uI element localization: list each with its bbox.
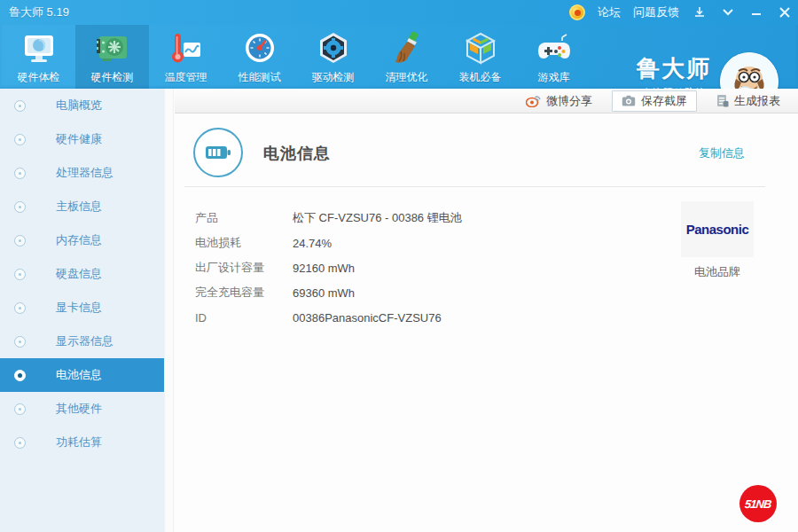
- main-toolbar: 硬件体检 硬件检测: [0, 25, 798, 89]
- row-label: 出厂设计容量: [195, 260, 293, 276]
- gamepad-icon: [535, 29, 574, 68]
- forum-link[interactable]: 论坛: [598, 4, 621, 20]
- gauge-icon: [240, 29, 279, 68]
- sidebar-item-gpu-info[interactable]: 显卡信息: [0, 291, 164, 325]
- medal-icon[interactable]: [569, 4, 585, 20]
- sidebar-item-label: 内存信息: [56, 232, 102, 248]
- brush-icon: [387, 29, 426, 68]
- radio-dot-icon: [14, 100, 26, 112]
- table-row: 电池损耗 24.74%: [195, 231, 462, 255]
- thermometer-chart-icon: [167, 29, 206, 68]
- toolbar-item-games[interactable]: 游戏库: [517, 25, 591, 89]
- toolbar-item-driver[interactable]: 驱动检测: [296, 25, 370, 89]
- sidebar-item-label: 功耗估算: [56, 434, 102, 450]
- sidebar-item-cpu-info[interactable]: 处理器信息: [0, 156, 164, 190]
- battery-icon: [205, 145, 231, 160]
- sidebar-item-memory-info[interactable]: 内存信息: [0, 223, 164, 257]
- toolbar-item-label: 温度管理: [165, 70, 207, 85]
- report-document-icon: [716, 94, 729, 107]
- radio-dot-icon: [14, 235, 26, 246]
- radio-dot-icon: [14, 168, 26, 179]
- sidebar-nav: 电脑概览 硬件健康 处理器信息 主板信息 内存信息 硬盘信息 显卡信息 显示器信…: [0, 89, 164, 532]
- toolbar-item-temperature[interactable]: 温度管理: [149, 25, 223, 89]
- feedback-link[interactable]: 问题反馈: [633, 4, 679, 20]
- toolbar-item-label: 清理优化: [386, 70, 428, 85]
- radio-dot-icon: [14, 302, 26, 314]
- toolbar-item-label: 装机必备: [459, 70, 502, 85]
- table-row: 出厂设计容量 92160 mWh: [195, 255, 462, 280]
- save-screenshot-button[interactable]: 保存截屏: [612, 90, 697, 112]
- row-label: 产品: [195, 210, 293, 226]
- page-title: 电池信息: [263, 143, 331, 164]
- sidebar-item-other-hardware[interactable]: 其他硬件: [0, 392, 164, 426]
- toolbar-item-label: 驱动检测: [312, 70, 355, 85]
- sidebar-item-motherboard-info[interactable]: 主板信息: [0, 190, 164, 223]
- sidebar-item-label: 显卡信息: [56, 300, 102, 316]
- app-title: 鲁大师 5.19: [9, 4, 69, 20]
- row-value: 92160 mWh: [293, 262, 355, 275]
- weibo-share-label: 微博分享: [546, 93, 592, 109]
- sidebar-item-disk-info[interactable]: 硬盘信息: [0, 257, 164, 291]
- row-label: 完全充电容量: [195, 285, 293, 301]
- table-row: 产品 松下 CF-VZSU76 - 00386 锂电池: [195, 206, 462, 231]
- row-value: 00386PanasonicCF-VZSU76: [293, 311, 442, 325]
- battery-brand-logo-box: Panasonic: [681, 201, 754, 257]
- row-value: 69360 mWh: [293, 286, 355, 300]
- battery-circle-badge: [193, 128, 243, 177]
- save-screenshot-label: 保存截屏: [641, 93, 687, 109]
- toolbar-item-benchmark[interactable]: 性能测试: [223, 25, 296, 89]
- radio-dot-icon: [14, 403, 26, 415]
- minimize-icon[interactable]: [748, 4, 764, 20]
- header-divider: [184, 186, 765, 187]
- row-label: 电池损耗: [195, 235, 293, 251]
- table-row: 完全充电容量 69360 mWh: [195, 280, 462, 305]
- brand-name: 鲁大师: [637, 53, 711, 84]
- battery-brand-caption: 电池品牌: [681, 264, 754, 280]
- row-value: 松下 CF-VZSU76 - 00386 锂电池: [293, 210, 462, 226]
- sidebar-item-battery-info[interactable]: 电池信息: [0, 358, 164, 392]
- weibo-share-button[interactable]: 微博分享: [526, 93, 592, 109]
- toolbar-item-label: 性能测试: [239, 70, 281, 85]
- copy-info-link[interactable]: 复制信息: [699, 145, 745, 161]
- sidebar-item-hardware-health[interactable]: 硬件健康: [0, 122, 164, 156]
- sidebar-scrollbar[interactable]: [164, 89, 174, 532]
- close-icon[interactable]: [777, 4, 793, 20]
- radio-dot-icon: [14, 269, 26, 280]
- radio-dot-icon: [14, 134, 26, 145]
- radio-dot-icon: [14, 437, 26, 449]
- gpu-card-icon: [93, 29, 132, 68]
- 51nb-watermark-logo: 51NB: [739, 485, 777, 522]
- row-value: 24.74%: [293, 237, 332, 250]
- radio-dot-icon: [14, 336, 26, 348]
- generate-report-label: 生成报表: [734, 93, 780, 109]
- panasonic-logo: Panasonic: [686, 222, 749, 237]
- table-row: ID 00386PanasonicCF-VZSU76: [195, 305, 462, 330]
- menu-dropdown-icon[interactable]: [720, 4, 736, 20]
- toolbar-item-cleanup[interactable]: 清理优化: [370, 25, 443, 89]
- radio-dot-icon: [14, 201, 26, 213]
- sidebar-item-display-info[interactable]: 显示器信息: [0, 325, 164, 358]
- cube-icon: [461, 29, 500, 68]
- sidebar-item-label: 主板信息: [56, 199, 102, 215]
- sidebar-item-power-estimate[interactable]: 功耗估算: [0, 426, 164, 459]
- toolbar-item-label: 硬件检测: [91, 70, 134, 85]
- weibo-icon: [526, 94, 541, 107]
- gear-hexagon-icon: [314, 29, 353, 68]
- camera-icon: [622, 95, 636, 106]
- toolbar-item-hardware-detect[interactable]: 硬件检测: [75, 25, 149, 89]
- radio-dot-icon: [14, 370, 26, 381]
- action-bar: 微博分享 保存截屏 生成报表: [175, 89, 798, 113]
- watermark-text: 51NB: [745, 497, 772, 511]
- title-bar: 鲁大师 5.19 论坛 问题反馈: [0, 0, 798, 25]
- generate-report-button[interactable]: 生成报表: [716, 93, 780, 109]
- battery-info-table: 产品 松下 CF-VZSU76 - 00386 锂电池 电池损耗 24.74% …: [195, 206, 462, 330]
- sidebar-item-label: 其他硬件: [56, 401, 102, 417]
- toolbar-item-essentials[interactable]: 装机必备: [443, 25, 517, 89]
- skin-download-icon[interactable]: [692, 4, 708, 20]
- sidebar-item-label: 硬盘信息: [56, 266, 102, 282]
- toolbar-item-label: 游戏库: [538, 70, 570, 85]
- toolbar-item-hardware-checkup[interactable]: 硬件体检: [2, 25, 75, 89]
- sidebar-item-computer-overview[interactable]: 电脑概览: [0, 89, 164, 122]
- sidebar-item-label: 处理器信息: [56, 165, 113, 181]
- sidebar-item-label: 电池信息: [56, 367, 102, 383]
